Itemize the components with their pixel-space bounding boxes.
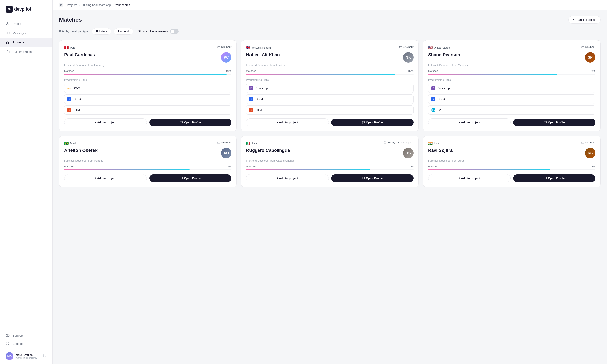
sidebar: devpilot Profile Messages [0,0,53,364]
filter-chip-frontend[interactable]: Frontend [114,28,133,35]
skill-assessments-toggle[interactable] [170,29,179,34]
open-profile-button[interactable]: Open Profile [331,174,414,182]
skill-item: aws AWS [64,83,231,93]
bootstrap-icon: B [431,86,436,91]
add-to-project-button[interactable]: + Add to project [428,118,511,126]
developer-card-1: 🇵🇪 Peru $45/hour Paul Cardenas PC [59,40,237,131]
add-to-project-button[interactable]: + Add to project [64,118,147,126]
card-location: 🇺🇸 United States [428,45,450,50]
sidebar-nav: Profile Messages Projects [0,17,53,328]
page-header: Matches Back to project [59,16,601,24]
sidebar-item-profile[interactable]: Profile [0,19,53,28]
card-actions: + Add to project Open Profile [246,118,413,126]
dev-avatar: RC [403,148,414,158]
breadcrumb-projects[interactable]: Projects [67,3,77,7]
css-icon: 5 [249,97,253,101]
svg-point-1 [7,23,8,24]
card-location: 🇵🇪 Peru [64,45,76,50]
top-bar: › Projects › Building healthcare app › Y… [53,0,607,10]
user-name: Marc Gottlieb [16,353,41,356]
dev-name: Shane Pearson [428,52,460,57]
add-to-project-button[interactable]: + Add to project [246,174,329,182]
svg-rect-0 [6,6,13,13]
home-icon[interactable] [59,3,63,7]
developer-card-5: 🇮🇹 Italy Hourly rate on request Ruggero … [241,136,418,187]
css-icon: 5 [67,97,72,101]
aws-icon: aws [67,86,72,91]
dev-avatar: AO [221,148,231,158]
user-email: marc.gottlieb@comp... [16,356,41,359]
progress-bar [428,74,595,75]
sidebar-item-fulltime-roles[interactable]: Full-time roles [0,47,53,56]
card-rate: $20/hour [399,45,413,48]
svg-rect-6 [8,43,9,44]
developer-card-2: 🇬🇧 United Kingdom $20/hour Nabeel Ali Kh… [241,40,418,131]
sidebar-item-projects[interactable]: Projects [0,38,53,47]
content-area: Matches Back to project Filter by develo… [53,10,607,193]
breadcrumb-project[interactable]: Building healthcare app [81,3,111,7]
skill-item: 5 HTML [64,105,231,115]
sidebar-settings[interactable]: Settings [6,339,47,348]
dev-name: Ravi Sojitra [428,148,453,153]
open-profile-button[interactable]: Open Profile [513,174,595,182]
open-profile-button[interactable]: Open Profile [149,118,232,126]
open-profile-button[interactable]: Open Profile [331,118,414,126]
html-icon: 5 [249,108,253,112]
progress-bar [246,74,413,75]
add-to-project-button[interactable]: + Add to project [246,118,329,126]
card-rate: $50/hour [581,141,595,144]
filter-chip-fullstack[interactable]: Fullstack [92,28,111,35]
skill-item: B Bootstrap [428,83,595,93]
svg-rect-17 [581,142,584,143]
skill-item: 5 CSS4 [64,94,231,104]
open-profile-button[interactable]: Open Profile [149,174,232,182]
dev-avatar: NK [403,52,414,63]
svg-rect-3 [6,41,7,42]
card-actions: + Add to project Open Profile [428,174,595,182]
add-to-project-button[interactable]: + Add to project [428,174,511,182]
developer-card-6: 🇮🇳 India $50/hour Ravi Sojitra RS [423,136,601,187]
sidebar-support[interactable]: Support [6,331,47,339]
message-icon [6,31,10,35]
card-actions: + Add to project Open Profile [428,118,595,126]
go-icon: Go [431,108,436,112]
card-rate: $45/hour [581,45,595,48]
grid-icon [6,40,10,44]
sidebar-item-messages[interactable]: Messages [0,28,53,38]
html-icon: 5 [67,108,72,112]
person-icon [6,22,10,26]
gear-icon [6,341,10,346]
svg-rect-5 [6,43,7,44]
dev-role: Fullstack-Developer from Parana [64,159,231,162]
skill-item: 5 CSS4 [428,94,595,104]
cards-grid: 🇵🇪 Peru $45/hour Paul Cardenas PC [59,40,601,187]
card-location: 🇮🇳 India [428,141,440,145]
main-content: › Projects › Building healthcare app › Y… [53,0,607,364]
svg-rect-14 [581,46,584,48]
add-to-project-button[interactable]: + Add to project [64,174,147,182]
card-rate: $30/hour [217,141,231,144]
developer-card-4: 🇧🇷 Brazil $30/hour Arielton Oberek AO [59,136,237,187]
progress-bar [64,169,231,170]
skills-section: Programming Skills aws AWS 5 CSS4 5 HTML [64,78,231,115]
open-profile-button[interactable]: Open Profile [513,118,595,126]
skill-item: B Bootstrap [246,83,413,93]
back-to-project-button[interactable]: Back to project [568,16,601,24]
css-icon: 5 [431,97,436,101]
svg-rect-4 [8,41,9,42]
user-section: MG Marc Gottlieb marc.gottlieb@comp... [6,349,47,361]
svg-rect-13 [399,46,402,48]
card-rate: Hourly rate on request [384,141,414,144]
card-location: 🇧🇷 Brazil [64,141,77,145]
filter-bar: Filter by developer type: Fullstack Fron… [59,28,601,35]
logo: devpilot [0,0,53,17]
skill-item: 5 HTML [246,105,413,115]
svg-point-10 [7,343,8,344]
toggle-section: Show skill assessments [138,29,179,34]
card-location: 🇬🇧 United Kingdom [246,45,271,50]
card-location: 🇮🇹 Italy [246,141,257,145]
bootstrap-icon: B [249,86,253,91]
dev-name: Ruggero Capolingua [246,148,290,153]
logout-icon[interactable] [43,354,47,358]
dev-name: Arielton Oberek [64,148,97,153]
